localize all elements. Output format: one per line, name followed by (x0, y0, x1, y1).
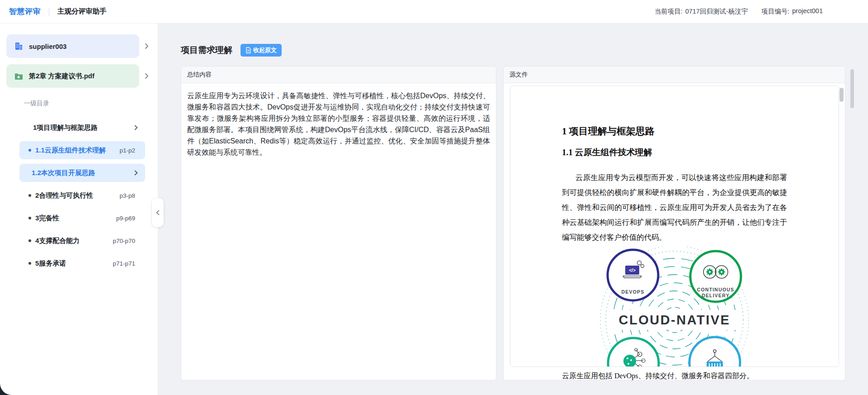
current-project-label: 当前项目: (655, 7, 683, 16)
summary-text: 云原生应用专为云环境设计，具备高敏捷性、弹性与可移植性，核心包括DevOps、持… (181, 83, 496, 165)
page-range-badge: p9-p69 (116, 215, 135, 222)
document-icon (245, 47, 251, 53)
project-code-label: 项目编号: (761, 7, 789, 16)
source-panel-header: 源文件 (504, 67, 845, 83)
chevron-right-icon[interactable] (145, 43, 149, 49)
page-title: 项目需求理解 (181, 44, 232, 56)
source-scrollbar-thumb[interactable] (840, 88, 844, 102)
devops-icon: </> DEVOPS (608, 250, 658, 300)
building-icon (14, 41, 24, 51)
window-scrollbar-thumb[interactable] (850, 69, 854, 108)
chevron-right-icon (134, 125, 138, 130)
microservices-icon: MICROSERVICES (608, 338, 659, 367)
containers-icon: CONTAINERS (689, 337, 740, 367)
bullet-dot (28, 262, 31, 265)
supplier-card-label: supplier003 (29, 43, 66, 50)
figure-caption: 云原生应用包括 DevOps、持续交付、微服务和容器四部分。 (510, 371, 839, 380)
brand-logo: 智慧评审 (9, 6, 41, 17)
document-card[interactable]: 第2章 方案建议书.pdf (6, 64, 139, 88)
project-code-value: project001 (792, 7, 823, 16)
doc-heading-1-1: 1.1 云原生组件技术理解 (562, 147, 787, 158)
document-card-label: 第2章 方案建议书.pdf (29, 72, 94, 81)
chevron-left-icon (156, 210, 160, 215)
app-window: 智慧评审 主观分评审助手 当前项目: 0717回归测试-杨汶宇 项目编号: pr… (0, 0, 868, 395)
topbar-divider (49, 8, 49, 16)
directory-section-label: 一级目录 (0, 100, 158, 108)
page-range-badge: p71-p71 (113, 260, 135, 267)
page-range-badge: p3-p8 (119, 192, 135, 199)
collapse-source-button[interactable]: 收起原文 (241, 44, 282, 57)
page-range-badge: p1-p2 (119, 147, 135, 154)
sidebar-item-chapter1-2[interactable]: 1.2本次项目开展思路 (19, 164, 145, 182)
chevron-right-icon (134, 170, 138, 176)
page-range-badge: p70-p70 (113, 238, 135, 244)
chevron-right-icon[interactable] (145, 73, 149, 79)
topbar: 智慧评审 主观分评审助手 当前项目: 0717回归测试-杨汶宇 项目编号: pr… (0, 0, 868, 24)
source-panel: 源文件 1 项目理解与框架思路 1.1 云原生组件技术理解 云原生应用专为云模型… (503, 66, 845, 381)
doc-heading-1: 1 项目理解与框架思路 (562, 125, 787, 138)
bullet-dot (28, 239, 31, 242)
sidebar-item-chapter1[interactable]: 1项目理解与框架思路 (19, 119, 145, 137)
svg-text:</>: </> (629, 268, 636, 273)
current-project-value: 0717回归测试-杨汶宇 (685, 7, 748, 16)
summary-panel-header: 总结内容 (181, 67, 496, 83)
main-content: 项目需求理解 收起原文 总结内容 云原生应用专为云环境设计，具备高敏捷性、弹性与… (158, 24, 868, 395)
sidebar-item-chapter3[interactable]: 3完备性 p9-p69 (19, 209, 145, 227)
cloud-native-diagram: CLOUD-NATIVE </> DEVOPS (586, 247, 763, 367)
svg-text:DELIVERY: DELIVERY (702, 293, 730, 298)
app-title: 主观分评审助手 (57, 7, 107, 16)
pdf-page: 1 项目理解与框架思路 1.1 云原生组件技术理解 云原生应用专为云模型而开发，… (510, 86, 839, 367)
svg-text:CONTINUOUS: CONTINUOUS (697, 287, 735, 292)
doc-paragraph: 云原生应用专为云模型而开发，可以快速将这些应用构建和部署到可提供轻松的横向扩展和… (562, 170, 787, 245)
directory-nav: 1项目理解与框架思路 1.1云原生组件技术理解 p1-p2 1.2本次项目开展思… (19, 119, 145, 272)
diagram-center-label: CLOUD-NATIVE (619, 313, 731, 327)
svg-text:DEVOPS: DEVOPS (622, 289, 645, 295)
continuous-delivery-icon: CONTINUOUS DELIVERY (690, 251, 741, 302)
sidebar-item-chapter2[interactable]: 2合理性与可执行性 p3-p8 (19, 186, 145, 205)
sidebar-item-chapter4[interactable]: 4支撑配合能力 p70-p70 (19, 232, 145, 250)
supplier-card[interactable]: supplier003 (6, 34, 139, 58)
bullet-dot (28, 194, 31, 197)
bullet-dot (28, 149, 31, 152)
summary-panel: 总结内容 云原生应用专为云环境设计，具备高敏捷性、弹性与可移植性，核心包括Dev… (181, 66, 496, 381)
sidebar-collapse-handle[interactable] (152, 198, 164, 227)
sidebar-item-chapter1-1[interactable]: 1.1云原生组件技术理解 p1-p2 (19, 141, 145, 159)
bullet-dot (28, 217, 31, 219)
sidebar-item-chapter5[interactable]: 5服务承诺 p71-p71 (19, 254, 145, 272)
sidebar: supplier003 第2章 方案建议书.pdf (0, 24, 158, 395)
folder-plus-icon (14, 71, 24, 81)
